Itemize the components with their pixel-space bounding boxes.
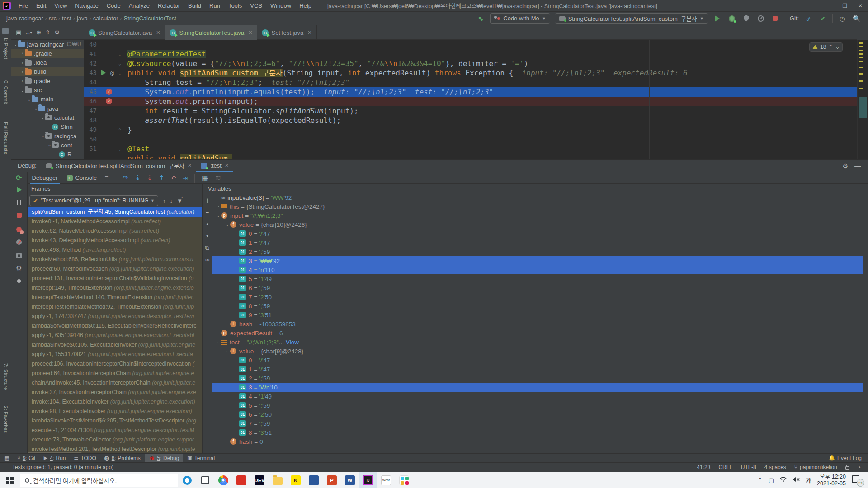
close-icon[interactable]: ✕ xyxy=(188,163,192,169)
variable-row-9[interactable]: 019='3' 51 xyxy=(212,310,863,319)
variable-row-1[interactable]: 011='/' 47 xyxy=(212,238,863,247)
variable-row-this[interactable]: ›this={StringCalculatorTest@2427} xyxy=(212,202,863,211)
warning-mark[interactable] xyxy=(859,42,863,44)
chevron-down-icon[interactable]: ⌄ xyxy=(225,349,230,353)
variable-row-7[interactable]: 017='2' 50 xyxy=(212,292,863,301)
locate-file-icon[interactable]: ⊕ xyxy=(36,29,41,36)
run-button[interactable] xyxy=(712,14,722,23)
view-options-icon[interactable]: …▾ xyxy=(25,30,32,35)
hidden-icons-chevron[interactable]: ⌃ xyxy=(758,477,763,483)
close-icon[interactable]: ✕ xyxy=(225,163,229,169)
maximize-button[interactable]: ❐ xyxy=(837,0,853,12)
stack-frame-row[interactable]: invoke:104, ExecutableInvoker (org.junit… xyxy=(28,397,202,407)
add-watch-icon[interactable]: ＋ xyxy=(204,197,210,204)
notification-center-button[interactable]: 21 xyxy=(852,475,863,485)
stack-frame-row[interactable]: apply:-1, 635139146 (org.junit.jupiter.e… xyxy=(28,331,202,340)
pause-icon[interactable] xyxy=(15,198,23,206)
stack-frame-row[interactable]: proceed:106, InvocationInterceptorChain$… xyxy=(28,359,202,369)
taskbar-app-intellij[interactable]: IJ xyxy=(359,472,377,488)
lock-icon[interactable] xyxy=(845,466,849,470)
fold-marker-icon[interactable]: ⌄ xyxy=(118,144,121,154)
warning-mark[interactable] xyxy=(859,73,863,75)
run-configuration-dropdown[interactable]: StringCalculatorTest.splitAndSum_custom_… xyxy=(555,13,708,24)
trace-settings-icon[interactable]: ≋ xyxy=(215,174,221,182)
cortana-button[interactable] xyxy=(178,472,196,488)
warning-mark[interactable] xyxy=(859,88,863,89)
tree-item-calculat[interactable]: ⌄calculat xyxy=(11,113,84,122)
stack-frame-row[interactable]: splitAndSum_custom_구분자:45, StringCalcula… xyxy=(28,207,202,217)
variable-row-value[interactable]: ⌄fvalue={char[10]@2426} xyxy=(212,220,863,229)
task-view-button[interactable] xyxy=(196,472,214,488)
mute-breakpoints-icon[interactable] xyxy=(15,238,23,246)
prev-warning-icon[interactable]: ⌃ xyxy=(828,44,833,50)
tree-item-racingca[interactable]: ⌄racingca xyxy=(11,131,84,141)
stack-frame-row[interactable]: intercept:149, TimeoutExtension (org.jun… xyxy=(28,283,202,293)
warning-mark[interactable] xyxy=(859,53,863,55)
warning-mark[interactable] xyxy=(859,57,863,58)
search-everywhere-icon[interactable]: 🔍 xyxy=(852,14,862,23)
tree-item-java[interactable]: ⌄java xyxy=(11,104,84,113)
variable-row-hash[interactable]: fhash=0 xyxy=(212,437,863,446)
project-view-icon[interactable]: ▣ xyxy=(16,29,21,36)
stack-frame-row[interactable]: invokeMethod:686, ReflectionUtils (org.j… xyxy=(28,255,202,264)
chevron-right-icon[interactable]: › xyxy=(20,51,25,56)
variable-row-4[interactable]: 014='1' 49 xyxy=(212,392,863,401)
variable-row-6[interactable]: 016=';' 59 xyxy=(212,283,863,292)
variable-row-0[interactable]: 010='/' 47 xyxy=(212,229,863,238)
stack-frame-row[interactable]: invoke:98, ExecutableInvoker (org.junit.… xyxy=(28,407,202,416)
breadcrumb-item[interactable]: calculator xyxy=(91,15,120,22)
tree-item-Strin[interactable]: CStrin xyxy=(11,122,84,131)
profiler-button[interactable] xyxy=(756,14,766,23)
next-warning-icon[interactable]: ⌄ xyxy=(835,44,840,50)
collapse-all-icon[interactable]: ⇳ xyxy=(45,29,50,36)
warning-mark[interactable] xyxy=(859,67,863,68)
wifi-icon[interactable] xyxy=(780,477,787,483)
chevron-right-icon[interactable]: › xyxy=(20,61,25,65)
tool-stripe-commit[interactable]: 0: Commit xyxy=(0,80,11,116)
code-with-me-dropdown[interactable]: Code with Me▼ xyxy=(490,13,550,24)
view-breakpoints-icon[interactable] xyxy=(15,225,23,234)
editor-tab-SetTest.java[interactable]: CSetTest.java✕ xyxy=(257,25,316,40)
stack-frame-row[interactable]: invoke:43, DelegatingMethodAccessorImpl … xyxy=(28,236,202,245)
toolwindow-button-git[interactable]: ⑂9: Git xyxy=(13,454,39,463)
stack-frame-row[interactable]: chainAndInvoke:45, InvocationInterceptor… xyxy=(28,378,202,388)
tree-item-idea[interactable]: ›.idea xyxy=(11,58,84,67)
tab-debugger[interactable]: Debugger xyxy=(27,172,62,184)
chevron-down-icon[interactable]: ⌄ xyxy=(33,106,38,111)
stack-frame-row[interactable]: interceptTestTemplateMethod:92, TimeoutE… xyxy=(28,302,202,312)
pin-icon[interactable] xyxy=(15,277,23,285)
chevron-right-icon[interactable]: › xyxy=(216,204,221,209)
stack-frame-row[interactable]: invoke:498, Method (java.lang.reflect) xyxy=(28,245,202,255)
line-ending[interactable]: CRLF xyxy=(718,464,732,470)
file-encoding[interactable]: UTF-8 xyxy=(741,464,756,470)
coverage-button[interactable] xyxy=(741,14,751,23)
chevron-down-icon[interactable]: ⌄ xyxy=(216,213,221,218)
close-icon[interactable]: ✕ xyxy=(248,30,252,36)
taskbar-app-slack[interactable] xyxy=(395,472,413,488)
selection-mark[interactable] xyxy=(859,97,867,118)
toolwindow-button-todo[interactable]: ☰TODO xyxy=(70,454,100,463)
breadcrumb-item[interactable]: src xyxy=(47,15,58,22)
menu-item-file[interactable]: File xyxy=(14,0,32,12)
stack-frame-row[interactable]: lambda$invoke$0:105, ExecutableInvoker (… xyxy=(28,340,202,350)
chevron-down-icon[interactable]: ⌄ xyxy=(216,340,221,344)
taskbar-app-wear[interactable]: Wear xyxy=(377,472,395,488)
ime-korean-indicator[interactable]: 가 xyxy=(806,476,811,484)
variable-row-6[interactable]: 016='2' 50 xyxy=(212,410,863,419)
tree-item-main[interactable]: ⌄main xyxy=(11,95,84,104)
variable-row-1[interactable]: 011='/' 47 xyxy=(212,365,863,374)
tablet-mode-icon[interactable]: ▢ xyxy=(769,477,774,483)
tree-item-javaracingcar[interactable]: ⌄java-racingcarC:₩U xyxy=(11,40,84,49)
tool-stripe-pull-requests[interactable]: Pull Requests xyxy=(0,122,11,164)
close-icon[interactable]: ✕ xyxy=(156,30,160,36)
tool-stripe-structure[interactable]: 7: Structure xyxy=(0,363,11,402)
menu-item-vcs[interactable]: VCS xyxy=(246,0,266,12)
tool-stripe-project[interactable]: 1: Project xyxy=(0,37,11,73)
taskbar-app-dev[interactable]: DEV xyxy=(250,472,269,488)
tree-item-build[interactable]: ›build xyxy=(11,67,84,76)
stack-frame-row[interactable]: lambda$ofVoidMethod$0:115, ExecutableInv… xyxy=(28,321,202,331)
tree-item-src[interactable]: ⌄src xyxy=(11,86,84,95)
stack-frame-row[interactable]: proceed:131, InvocationInterceptorChain$… xyxy=(28,274,202,283)
fold-marker-icon[interactable]: ⌄ xyxy=(118,68,121,78)
variable-row-expectedResult[interactable]: pexpectedResult=6 xyxy=(212,328,863,338)
